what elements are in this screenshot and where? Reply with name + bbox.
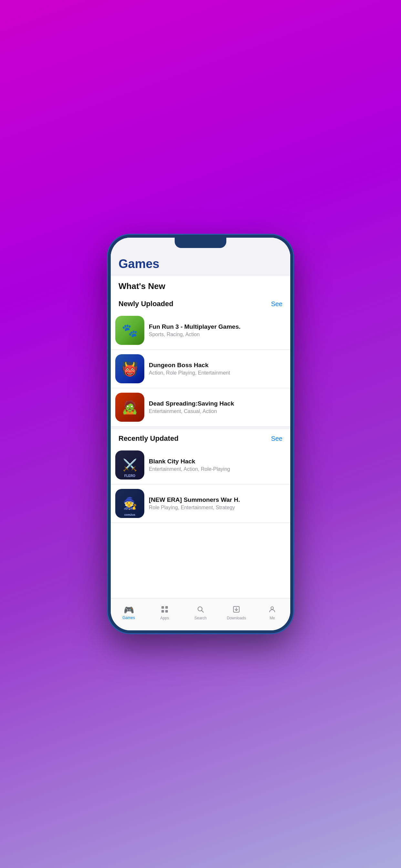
- dead-categories: Entertainment, Casual, Action: [149, 408, 282, 414]
- blankcity-name: Blank City Hack: [149, 458, 282, 465]
- tab-profile[interactable]: Me: [254, 602, 290, 620]
- tab-bar: 🎮 Games Apps: [111, 598, 290, 630]
- apps-label: Apps: [160, 616, 169, 620]
- dungeon-categories: Action, Role Playing, Entertainment: [149, 370, 282, 376]
- dungeon-name: Dungeon Boss Hack: [149, 362, 282, 369]
- svg-line-5: [202, 610, 204, 612]
- tab-downloads[interactable]: Downloads: [219, 602, 254, 620]
- tab-games[interactable]: 🎮 Games: [111, 602, 147, 620]
- games-label: Games: [122, 616, 135, 620]
- summoners-info: [NEW ERA] Summoners War H. Role Playing,…: [149, 496, 282, 510]
- tab-apps[interactable]: Apps: [147, 602, 182, 620]
- svg-rect-3: [165, 610, 168, 613]
- svg-point-8: [271, 607, 274, 609]
- games-icon: 🎮: [124, 606, 134, 614]
- svg-rect-2: [161, 610, 164, 613]
- funrun-icon: [115, 316, 144, 345]
- svg-rect-1: [165, 606, 168, 609]
- apps-icon: [161, 606, 168, 615]
- profile-label: Me: [270, 616, 275, 620]
- downloads-icon: [233, 606, 240, 615]
- newly-uploaded-header: Newly Uploaded See: [111, 294, 290, 311]
- search-label: Search: [194, 616, 207, 620]
- summoners-icon: [115, 489, 144, 518]
- svg-rect-0: [161, 606, 164, 609]
- blankcity-icon: [115, 451, 144, 479]
- content-area: Games What's New Newly Uploaded See Fun …: [111, 238, 290, 598]
- funrun-name: Fun Run 3 - Multiplayer Games.: [149, 323, 282, 330]
- list-item[interactable]: [NEW ERA] Summoners War H. Role Playing,…: [111, 485, 290, 523]
- dead-icon: [115, 393, 144, 422]
- blankcity-info: Blank City Hack Entertainment, Action, R…: [149, 458, 282, 472]
- dungeon-info: Dungeon Boss Hack Action, Role Playing, …: [149, 362, 282, 376]
- downloads-label: Downloads: [227, 616, 246, 620]
- list-item[interactable]: Blank City Hack Entertainment, Action, R…: [111, 446, 290, 485]
- summoners-name: [NEW ERA] Summoners War H.: [149, 496, 282, 503]
- section-divider: [111, 427, 290, 429]
- profile-icon: [268, 606, 276, 615]
- search-icon: [197, 606, 204, 615]
- page-title: Games: [119, 257, 282, 271]
- screen: Games What's New Newly Uploaded See Fun …: [111, 238, 290, 630]
- newly-uploaded-title: Newly Uploaded: [119, 300, 174, 308]
- phone-frame: Games What's New Newly Uploaded See Fun …: [107, 234, 294, 634]
- dead-info: Dead Spreading:Saving Hack Entertainment…: [149, 400, 282, 414]
- funrun-info: Fun Run 3 - Multiplayer Games. Sports, R…: [149, 323, 282, 337]
- recently-updated-title: Recently Updated: [119, 434, 179, 443]
- dungeon-icon: [115, 354, 144, 383]
- whats-new-label: What's New: [111, 276, 290, 294]
- tab-search[interactable]: Search: [182, 602, 218, 620]
- list-item[interactable]: Dead Spreading:Saving Hack Entertainment…: [111, 388, 290, 427]
- funrun-categories: Sports, Racing, Action: [149, 332, 282, 337]
- list-item[interactable]: Dungeon Boss Hack Action, Role Playing, …: [111, 350, 290, 388]
- blankcity-categories: Entertainment, Action, Role-Playing: [149, 466, 282, 472]
- newly-uploaded-see[interactable]: See: [271, 300, 282, 308]
- notch: [175, 238, 226, 248]
- summoners-categories: Role Playing, Entertainment, Strategy: [149, 505, 282, 510]
- recently-updated-header: Recently Updated See: [111, 429, 290, 446]
- list-item[interactable]: Fun Run 3 - Multiplayer Games. Sports, R…: [111, 311, 290, 350]
- dead-name: Dead Spreading:Saving Hack: [149, 400, 282, 407]
- recently-updated-see[interactable]: See: [271, 435, 282, 442]
